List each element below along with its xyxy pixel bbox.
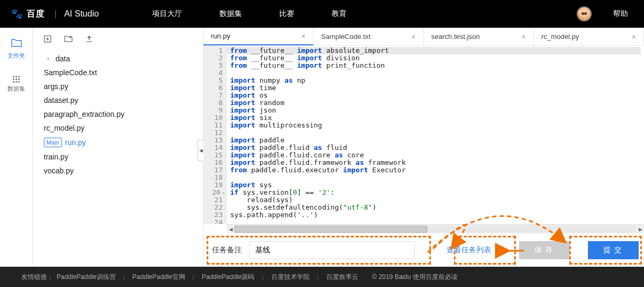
new-folder-icon[interactable]: [64, 35, 73, 44]
nav-competition[interactable]: 比赛: [279, 9, 294, 19]
top-nav: 项目大厅 数据集 比赛 教育: [131, 9, 577, 19]
file-samplecode[interactable]: SampleCode.txt: [43, 66, 193, 79]
close-icon[interactable]: ×: [632, 33, 636, 41]
folder-data[interactable]: data: [43, 52, 193, 66]
task-remark-input[interactable]: [249, 241, 415, 259]
footer-copyright: © 2019 Baidu 使用百度前必读: [372, 273, 458, 282]
new-file-icon[interactable]: [44, 35, 51, 44]
editor-tabs: run.py × SampleCode.txt × search.test.js…: [203, 28, 644, 46]
footer-link-2[interactable]: PaddlePaddle官网: [132, 273, 185, 282]
footer-prefix: 友情链接：: [21, 273, 53, 282]
file-vocab[interactable]: vocab.py: [43, 164, 193, 178]
tab-label: search.test.json: [431, 33, 480, 41]
help-link[interactable]: 帮助: [613, 9, 628, 19]
top-header: 🐾 百度 | AI Studio 项目大厅 数据集 比赛 教育 帮助: [0, 0, 644, 28]
bottom-bar: 任务备注 查看任务列表 保存 提交: [203, 234, 644, 267]
rail-files[interactable]: 文件夹: [7, 38, 25, 60]
tab-label: run.py: [211, 32, 230, 40]
logo-product: AI Studio: [64, 9, 99, 19]
save-button[interactable]: 保存: [519, 241, 570, 259]
gutter: 123456789101112131415161718192021222324: [203, 46, 227, 224]
logo-brand: 百度: [27, 9, 45, 20]
tab-samplecode[interactable]: SampleCode.txt ×: [313, 28, 423, 45]
footer: 友情链接： PaddlePaddle训练营| PaddlePaddle官网| P…: [0, 267, 644, 287]
horizontal-scrollbar[interactable]: ◀ ▶: [227, 224, 644, 234]
main-area: 文件夹 数据集 data SampleCode.txt args.py da: [0, 28, 644, 267]
scroll-track[interactable]: [234, 226, 637, 233]
tab-run-py[interactable]: run.py ×: [203, 28, 313, 45]
paw-icon: 🐾: [11, 8, 22, 20]
file-actions: [43, 35, 193, 44]
main-badge: Main: [44, 138, 62, 147]
folder-icon: [11, 38, 22, 50]
file-args[interactable]: args.py: [43, 79, 193, 93]
rail-dataset[interactable]: 数据集: [7, 76, 25, 93]
file-tree: data SampleCode.txt args.py dataset.py p…: [43, 52, 193, 267]
scroll-left-icon[interactable]: ◀: [227, 225, 234, 234]
nav-education[interactable]: 教育: [332, 9, 347, 19]
file-run-label: run.py: [65, 138, 86, 147]
close-icon[interactable]: ×: [411, 33, 415, 41]
footer-link-4[interactable]: 百度技术学院: [271, 273, 310, 282]
nav-dataset[interactable]: 数据集: [219, 9, 242, 19]
tab-search-test-json[interactable]: search.test.json ×: [424, 28, 534, 45]
file-rc-model[interactable]: rc_model.py: [43, 121, 193, 135]
close-icon[interactable]: ×: [522, 33, 526, 41]
nav-project-hall[interactable]: 项目大厅: [152, 9, 182, 19]
scroll-thumb[interactable]: [234, 226, 427, 233]
tab-rc-model[interactable]: rc_model.py ×: [534, 28, 644, 45]
footer-link-3[interactable]: PaddlePaddle源码: [202, 273, 255, 282]
collapse-handle[interactable]: ◀: [198, 140, 203, 161]
tab-label: rc_model.py: [541, 33, 579, 41]
upload-icon[interactable]: [85, 35, 93, 44]
code-editor[interactable]: 123456789101112131415161718192021222324 …: [203, 46, 644, 224]
file-dataset[interactable]: dataset.py: [43, 93, 193, 107]
rail-dataset-label: 数据集: [7, 85, 25, 93]
code-area[interactable]: from __future__ import absolute_importfr…: [227, 46, 644, 224]
editor-wrap: ◀ run.py × SampleCode.txt × search.test.…: [203, 28, 644, 267]
avatar[interactable]: [577, 6, 592, 21]
file-train[interactable]: train.py: [43, 150, 193, 164]
rail-files-label: 文件夹: [7, 52, 25, 60]
close-icon[interactable]: ×: [301, 32, 305, 41]
logo-separator: |: [54, 9, 57, 19]
dataset-icon: [13, 76, 20, 83]
footer-link-1[interactable]: PaddlePaddle训练营: [57, 273, 116, 282]
task-remark-label: 任务备注: [212, 245, 242, 255]
scroll-right-icon[interactable]: ▶: [637, 225, 644, 234]
file-run[interactable]: Main run.py: [43, 135, 193, 150]
left-rail: 文件夹 数据集: [0, 28, 33, 267]
file-panel: data SampleCode.txt args.py dataset.py p…: [33, 28, 203, 267]
submit-button[interactable]: 提交: [588, 241, 639, 259]
footer-link-5[interactable]: 百度效率云: [326, 273, 358, 282]
logo[interactable]: 🐾 百度 | AI Studio: [11, 8, 99, 20]
file-paragraph-extraction[interactable]: paragraph_extraction.py: [43, 107, 193, 121]
tab-label: SampleCode.txt: [321, 33, 371, 41]
view-task-list-link[interactable]: 查看任务列表: [443, 245, 494, 255]
